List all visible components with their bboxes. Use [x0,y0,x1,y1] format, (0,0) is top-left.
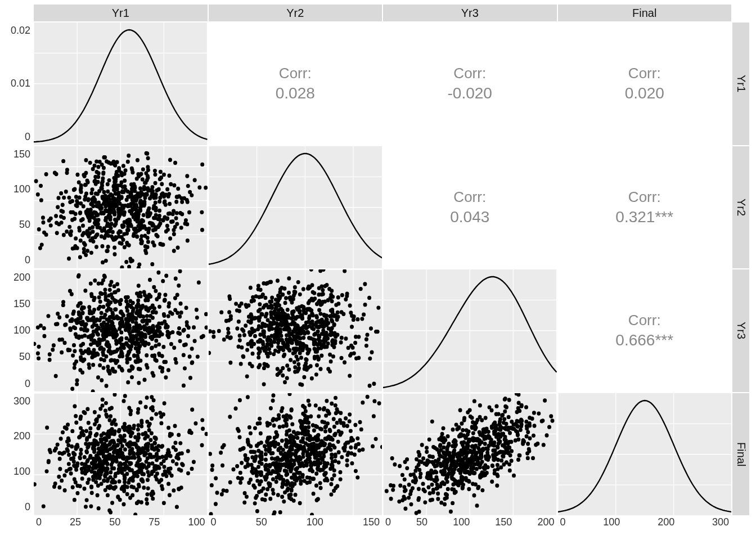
svg-point-3570 [430,419,434,423]
svg-point-2985 [257,460,261,464]
panel-density-final [558,393,732,516]
svg-point-2775 [48,450,52,454]
svg-point-2833 [255,509,259,513]
svg-point-1961 [367,296,371,300]
svg-point-4058 [469,466,473,470]
svg-point-2676 [109,510,112,514]
svg-point-1783 [326,367,330,371]
svg-point-3317 [302,479,306,483]
svg-point-4093 [476,485,480,489]
svg-point-4164 [522,439,526,443]
svg-point-2094 [307,285,310,289]
svg-point-3926 [490,479,494,483]
svg-point-2752 [145,459,148,463]
svg-point-659 [54,214,58,218]
svg-point-656 [128,191,132,195]
svg-point-4166 [418,471,422,475]
svg-point-3490 [323,471,327,475]
svg-point-3652 [532,433,536,437]
svg-point-4169 [502,462,506,466]
svg-point-3292 [271,469,274,472]
svg-point-2059 [283,327,287,331]
svg-point-1935 [279,307,283,311]
svg-point-4151 [496,445,500,449]
svg-point-3601 [409,502,413,506]
svg-point-1382 [165,333,169,337]
svg-point-3420 [246,462,250,466]
svg-point-1226 [135,291,139,295]
svg-point-2004 [235,326,239,330]
svg-point-4070 [447,443,451,447]
svg-point-352 [96,192,100,196]
svg-point-2721 [178,451,182,455]
svg-point-3386 [309,466,313,470]
svg-point-4199 [413,480,417,484]
svg-point-2104 [364,337,368,341]
svg-point-4137 [457,479,461,483]
svg-point-4009 [484,416,488,420]
svg-point-2798 [97,468,101,472]
svg-point-1209 [145,314,149,318]
svg-point-2811 [145,419,149,423]
svg-point-1862 [317,292,321,296]
svg-point-3810 [425,458,429,462]
svg-point-3762 [460,441,464,445]
svg-point-1366 [112,350,116,354]
svg-point-3098 [220,445,224,449]
panel-scatter-final-yr1 [34,393,208,516]
svg-point-317 [142,187,146,191]
svg-point-2788 [84,505,88,508]
svg-point-2093 [284,318,287,322]
svg-point-628 [156,234,160,238]
svg-point-2462 [94,418,98,422]
svg-point-2771 [78,484,82,488]
svg-point-1126 [97,295,101,299]
svg-point-1337 [102,366,106,370]
svg-point-1049 [73,366,76,370]
svg-point-1325 [157,321,161,325]
svg-point-4206 [484,446,488,450]
svg-point-4092 [516,457,520,461]
svg-point-420 [44,172,48,176]
svg-point-2619 [80,461,84,465]
svg-point-2110 [309,308,313,312]
svg-point-3355 [312,428,316,432]
svg-point-3388 [276,448,280,452]
corner-tr [732,4,749,21]
svg-point-3618 [545,433,549,437]
svg-point-1182 [174,361,178,364]
svg-point-822 [87,305,91,309]
svg-point-1990 [249,342,253,346]
x-axis-yr1: 0 25 50 75 100 [34,516,208,533]
svg-point-3186 [361,447,364,451]
svg-point-3436 [258,431,262,435]
svg-point-4002 [436,497,440,501]
svg-point-2792 [86,458,90,462]
svg-point-2364 [63,488,67,492]
svg-point-1412 [205,326,208,330]
svg-point-4116 [493,430,497,434]
svg-point-1678 [375,330,379,334]
svg-point-3817 [526,430,530,434]
svg-point-966 [154,344,158,348]
svg-point-1782 [339,336,343,340]
svg-point-225 [79,190,83,194]
svg-point-1285 [56,312,60,316]
svg-point-2481 [85,469,89,473]
svg-point-4188 [438,461,442,465]
svg-point-3499 [266,443,270,447]
svg-point-2654 [200,418,204,422]
svg-point-1691 [321,292,325,296]
svg-point-690 [88,218,92,222]
svg-point-2672 [110,446,114,450]
svg-point-3694 [389,497,393,501]
svg-point-3489 [288,467,292,471]
svg-point-588 [137,262,141,266]
svg-point-410 [139,241,143,245]
svg-point-1541 [335,310,339,314]
panel-scatter-final-yr3 [383,393,557,516]
svg-point-3150 [329,482,333,486]
svg-point-692 [41,220,45,224]
svg-point-1998 [349,310,353,314]
svg-point-654 [102,155,106,159]
